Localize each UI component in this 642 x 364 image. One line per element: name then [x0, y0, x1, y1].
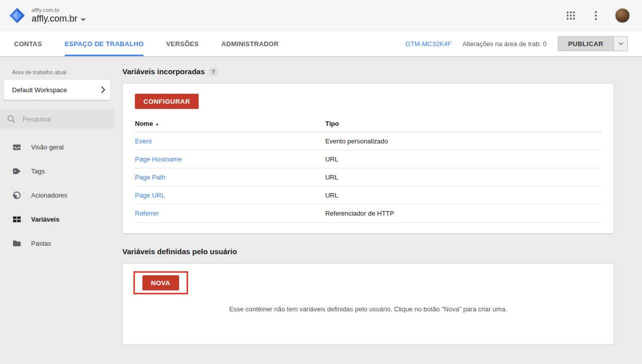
- variable-link[interactable]: Page Path: [135, 173, 166, 181]
- table-row: Event Evento personalizado: [135, 132, 601, 150]
- tab-contas[interactable]: CONTAS: [14, 31, 42, 56]
- user-variables-title: Variáveis definidas pelo usuário: [122, 247, 237, 256]
- tab-versoes[interactable]: VERSÕES: [166, 31, 199, 56]
- chevron-down-icon: [618, 42, 623, 45]
- new-variable-button[interactable]: NOVA: [142, 275, 179, 290]
- apps-grid-icon[interactable]: [565, 10, 577, 22]
- chevron-right-icon: [101, 86, 105, 93]
- help-icon[interactable]: ?: [209, 68, 217, 76]
- variable-type: Evento personalizado: [325, 132, 601, 150]
- more-options-icon[interactable]: [590, 10, 602, 22]
- variable-type: Referenciador de HTTP: [325, 205, 601, 223]
- container-name: affly.com.br: [32, 14, 77, 24]
- sidebar-item-label: Acionadores: [31, 192, 67, 199]
- user-avatar[interactable]: [615, 8, 630, 23]
- sort-asc-icon: ▲: [155, 122, 159, 126]
- sidebar-search[interactable]: [0, 109, 114, 129]
- sidebar-item-label: Tags: [31, 167, 45, 175]
- table-row: Page Path URL: [135, 168, 601, 187]
- publish-dropdown-button[interactable]: [614, 36, 628, 51]
- variable-link[interactable]: Page Hostname: [135, 155, 182, 163]
- sidebar-item-visao-geral[interactable]: Visão geral: [0, 135, 114, 159]
- table-row: Page Hostname URL: [135, 150, 601, 168]
- configure-button[interactable]: CONFIGURAR: [135, 94, 199, 109]
- gtm-logo-icon: [9, 8, 25, 24]
- variable-type: URL: [325, 187, 601, 205]
- tab-espaco-de-trabalho[interactable]: ESPAÇO DE TRABALHO: [65, 31, 144, 56]
- column-header-label: Nome: [135, 120, 153, 127]
- main-nav-tabs: CONTAS ESPAÇO DE TRABALHO VERSÕES ADMINI…: [0, 31, 642, 56]
- variables-icon: [12, 215, 22, 224]
- trigger-icon: [12, 191, 22, 200]
- variable-link[interactable]: Referrer: [135, 210, 159, 217]
- workspace-section-label: Área de trabalho atual: [0, 69, 114, 80]
- sidebar-item-label: Variáveis: [31, 216, 59, 223]
- sidebar-item-label: Pastas: [31, 240, 51, 247]
- variable-link[interactable]: Event: [135, 137, 151, 145]
- folder-icon: [12, 239, 22, 248]
- chevron-down-icon: [81, 19, 86, 21]
- builtin-variables-card: CONFIGURAR Nome▲ Tipo Event Evento perso…: [122, 83, 614, 234]
- sidebar-item-pastas[interactable]: Pastas: [0, 231, 114, 255]
- main-content: Variáveis incorporadas ? CONFIGURAR Nome…: [114, 56, 642, 364]
- builtin-variables-table: Nome▲ Tipo Event Evento personalizado Pa…: [135, 115, 601, 223]
- variable-type: URL: [325, 168, 601, 187]
- sidebar-item-label: Visão geral: [31, 143, 64, 151]
- workspace-name: Default Workspace: [12, 86, 67, 94]
- sidebar-item-acionadores[interactable]: Acionadores: [0, 183, 114, 207]
- empty-state-text: Esse contêiner não tem variáveis definid…: [135, 305, 601, 313]
- variable-link[interactable]: Page URL: [135, 192, 165, 199]
- search-icon: [7, 115, 16, 123]
- tab-administrador[interactable]: ADMINISTRADOR: [221, 31, 278, 56]
- column-header-nome[interactable]: Nome▲: [135, 115, 325, 132]
- tag-icon: [12, 166, 22, 176]
- container-id-link[interactable]: GTM-MC32K4F: [405, 40, 451, 48]
- workspace-changes-count: Alterações na área de trab: 0: [462, 40, 547, 48]
- container-selector[interactable]: affly.com.br: [32, 14, 86, 24]
- annotation-highlight-box: NOVA: [133, 271, 188, 294]
- sidebar: Área de trabalho atual Default Workspace: [0, 56, 114, 364]
- builtin-variables-title: Variáveis incorporadas: [122, 67, 205, 76]
- table-row: Referrer Referenciador de HTTP: [135, 205, 601, 223]
- app-header: affly.com.br affly.com.br: [0, 0, 642, 31]
- variable-type: URL: [325, 150, 601, 168]
- publish-button[interactable]: PUBLICAR: [558, 36, 614, 51]
- table-row: Page URL URL: [135, 187, 601, 205]
- workspace-selector[interactable]: Default Workspace: [4, 80, 110, 100]
- sidebar-item-variaveis[interactable]: Variáveis: [0, 207, 114, 231]
- column-header-tipo[interactable]: Tipo: [325, 115, 601, 132]
- search-input[interactable]: [23, 115, 93, 123]
- account-name: affly.com.br: [32, 7, 86, 14]
- sidebar-item-tags[interactable]: Tags: [0, 159, 114, 183]
- user-variables-card: NOVA Esse contêiner não tem variáveis de…: [122, 263, 614, 345]
- overview-icon: [12, 142, 22, 152]
